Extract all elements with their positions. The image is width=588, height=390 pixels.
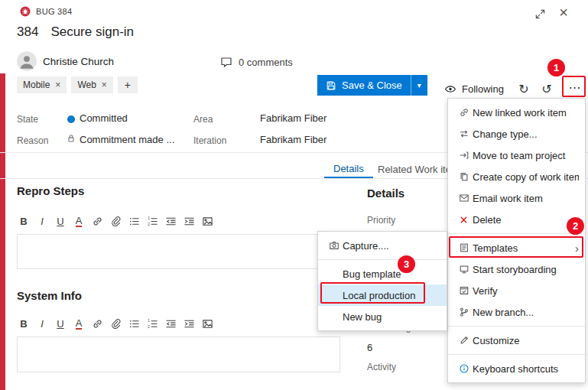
comments-link[interactable]: 0 comments (220, 56, 293, 68)
insert-image-button[interactable] (199, 213, 216, 229)
link-icon (92, 318, 103, 330)
bug-icon (20, 6, 31, 17)
menu-item-keyboard-shortcuts[interactable]: Keyboard shortcuts (448, 358, 585, 379)
menu-item-verify[interactable]: Verify (448, 280, 585, 301)
menu-item-start-storyboarding[interactable]: Start storyboarding (448, 258, 585, 280)
tab-details[interactable]: Details (324, 160, 373, 178)
underline-icon: U (57, 318, 63, 330)
expand-button[interactable] (532, 6, 547, 21)
repro-steps-heading: Repro Steps (17, 184, 84, 197)
underline-icon: U (57, 216, 63, 227)
remove-tag-icon[interactable]: × (102, 80, 107, 90)
submenu-item-local-production[interactable]: Local production (318, 284, 447, 306)
bulleted-list-icon (128, 216, 140, 227)
menu-item-move-to-team-project[interactable]: Move to team project (448, 145, 585, 166)
italic-button[interactable]: I (34, 315, 50, 332)
italic-icon: I (41, 318, 44, 330)
outdent-button[interactable] (162, 213, 179, 229)
italic-button[interactable]: I (34, 213, 50, 229)
camera-icon (325, 240, 343, 251)
move-icon (455, 150, 473, 161)
underline-button[interactable]: U (52, 315, 69, 332)
save-close-button[interactable]: Save & Close (317, 75, 411, 96)
submenu-item-capture[interactable]: Capture.... (318, 235, 447, 256)
submenu-item-bug-template[interactable]: Bug template (318, 263, 447, 284)
save-options-dropdown[interactable]: ▾ (411, 75, 427, 96)
menu-item-email-work-item[interactable]: Email work item (448, 187, 585, 209)
annotation-badge-3: 3 (398, 255, 415, 273)
revert-icon[interactable]: ↺ (538, 80, 556, 98)
outdent-icon (165, 318, 177, 330)
menu-item-change-type[interactable]: Change type... (448, 123, 585, 145)
system-info-toolbar: B I U A 12 (15, 315, 216, 332)
annotation-badge-2: 2 (567, 217, 584, 235)
work-item-title-text[interactable]: Secure sign-in (50, 24, 134, 40)
italic-icon: I (41, 216, 44, 227)
text-color-button[interactable]: A (70, 213, 87, 229)
state-value[interactable]: Committed (80, 112, 128, 124)
work-item-id: 384 (17, 24, 38, 40)
activity-label: Activity (367, 362, 396, 372)
avatar (17, 51, 37, 71)
outdent-button[interactable] (162, 315, 179, 332)
lock-icon (66, 133, 76, 144)
iteration-value[interactable]: Fabrikam Fiber (260, 134, 326, 145)
tag-mobile[interactable]: Mobile × (17, 76, 67, 93)
insert-image-button[interactable] (199, 315, 216, 332)
bold-button[interactable]: B (15, 315, 32, 332)
following-button[interactable]: Following (444, 80, 504, 98)
numbered-list-button[interactable]: 12 (144, 315, 161, 332)
assignee-field[interactable]: Christie Church (43, 56, 114, 67)
paperclip-icon (110, 318, 122, 330)
reason-value[interactable]: Commitment made ... (80, 134, 174, 145)
svg-text:2: 2 (148, 324, 150, 328)
repro-steps-editor[interactable] (17, 234, 340, 269)
save-close-label: Save & Close (342, 80, 402, 91)
tag-web[interactable]: Web × (71, 76, 112, 93)
menu-separator (318, 259, 447, 260)
indent-button[interactable] (180, 213, 197, 229)
indent-icon (184, 216, 195, 227)
copy-icon (455, 171, 473, 182)
iteration-label: Iteration (193, 135, 226, 146)
link-button[interactable] (89, 213, 106, 229)
underline-button[interactable]: U (52, 213, 69, 229)
bold-icon: B (20, 216, 27, 227)
following-label: Following (462, 83, 504, 95)
indent-button[interactable] (180, 315, 197, 332)
add-tag-button[interactable]: + (118, 76, 138, 93)
remove-tag-icon[interactable]: × (55, 80, 60, 90)
menu-item-new-branch[interactable]: New branch... (448, 301, 585, 323)
numbered-list-icon: 12 (147, 216, 158, 227)
bulleted-list-button[interactable] (125, 315, 142, 332)
templates-icon (455, 242, 473, 253)
more-actions-icon[interactable]: ⋯ (564, 78, 585, 96)
svg-text:1: 1 (148, 216, 150, 220)
menu-item-new-linked-work-item[interactable]: New linked work item (448, 102, 585, 123)
verify-icon (455, 285, 473, 296)
menu-separator (448, 354, 585, 355)
submenu-item-new-bug[interactable]: New bug (318, 306, 447, 327)
refresh-icon[interactable]: ↻ (515, 80, 533, 98)
close-icon[interactable]: × (554, 2, 573, 22)
templates-submenu: Capture.... Bug template Local productio… (317, 231, 447, 331)
system-info-editor[interactable] (17, 336, 340, 372)
menu-item-create-copy[interactable]: Create copy of work item... (448, 166, 585, 187)
attachment-button[interactable] (107, 213, 124, 229)
svg-text:1: 1 (148, 319, 150, 323)
bulleted-list-icon (128, 318, 140, 330)
remaining-work-value[interactable]: 6 (367, 342, 372, 353)
link-button[interactable] (89, 315, 106, 332)
info-icon (455, 363, 473, 374)
customize-icon (455, 335, 473, 346)
numbered-list-button[interactable]: 12 (144, 213, 161, 229)
bold-button[interactable]: B (15, 213, 32, 229)
area-value[interactable]: Fabrikam Fiber (260, 112, 326, 124)
menu-item-customize[interactable]: Customize (448, 330, 585, 351)
link-icon (92, 216, 103, 227)
menu-item-delete[interactable]: Delete (448, 209, 585, 230)
attachment-button[interactable] (107, 315, 124, 332)
bulleted-list-button[interactable] (125, 213, 142, 229)
text-color-button[interactable]: A (70, 315, 87, 332)
menu-item-templates[interactable]: Templates › (448, 237, 585, 258)
